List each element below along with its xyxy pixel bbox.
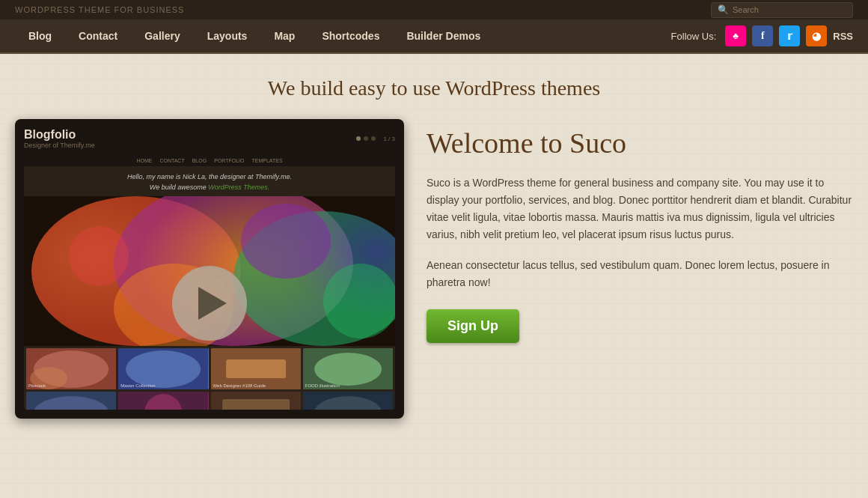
nav-gallery[interactable]: Gallery [131, 19, 193, 53]
inner-nav: HOME CONTACT BLOG PORTFOLIO TEMPLATES [24, 155, 395, 166]
description-2: Aenean consectetur lacus tellus, sed ves… [427, 257, 853, 291]
inner-text-area: Hello, my name is Nick La, the designer … [24, 166, 395, 198]
slide-count: 1 / 3 [383, 136, 395, 142]
nav-links: Blog Contact Gallery Layouts Map Shortco… [15, 19, 494, 53]
thumb-2nd-1 [26, 392, 116, 410]
svg-point-16 [314, 353, 382, 386]
rss-icon[interactable]: ◕ [806, 25, 827, 46]
thumb-2nd-3 [211, 392, 301, 410]
inner-hello-text: Hello, my name is Nick La, the designer … [30, 172, 389, 192]
thumb-art-5 [26, 392, 116, 410]
content-row: Blogfolio Designer of Themify.me 1 / 3 H… [15, 119, 853, 419]
image-grid-area: Peacock Master Collection [24, 196, 395, 410]
inner-nav-home: HOME [136, 158, 152, 163]
top-bar: WORDPRESS THEME FOR BUSINESS 🔍 [0, 0, 868, 19]
nav-bar: Blog Contact Gallery Layouts Map Shortco… [0, 19, 868, 54]
svg-point-12 [126, 350, 201, 388]
main-content: We build easy to use WordPress themes Bl… [0, 54, 868, 498]
svg-rect-14 [226, 359, 286, 378]
nav-layouts[interactable]: Layouts [194, 19, 261, 53]
welcome-title: Welcome to Suco [427, 127, 853, 161]
thumb-food: FOOD illustration [303, 348, 393, 389]
thumb-label-3: Web Designer #108 Guide [213, 383, 266, 388]
nav-dots: 1 / 3 [356, 136, 395, 142]
preview-content: HOME CONTACT BLOG PORTFOLIO TEMPLATES He… [24, 155, 395, 410]
inner-nav-blog: BLOG [192, 158, 207, 163]
nav-builder-demos[interactable]: Builder Demos [393, 19, 494, 53]
rss-label: RSS [833, 31, 853, 42]
thumbnail-row-1: Peacock Master Collection [24, 346, 395, 389]
inner-nav-templates: TEMPLATES [251, 158, 282, 163]
social-area: Follow Us: ♣ f 𝕣 ◕ RSS [671, 25, 853, 46]
thumb-art-8 [303, 392, 393, 410]
thumb-art-7 [211, 392, 301, 410]
inner-nav-portfolio: PORTFOLIO [214, 158, 244, 163]
blogfolio-info: Blogfolio Designer of Themify.me [24, 128, 95, 149]
blogfolio-header: Blogfolio Designer of Themify.me 1 / 3 [24, 128, 395, 149]
thumb-label-1: Peacock [28, 383, 46, 388]
thumb-peacock: Peacock [26, 348, 116, 389]
video-panel: Blogfolio Designer of Themify.me 1 / 3 H… [15, 119, 404, 419]
blogfolio-subtitle: Designer of Themify.me [24, 142, 95, 149]
thumbnail-row-2 [24, 389, 395, 410]
thumb-art-6 [118, 392, 208, 410]
dot-3 [371, 136, 376, 141]
facebook-icon[interactable]: f [752, 25, 773, 46]
description-1: Suco is a WordPress theme for general bu… [427, 174, 853, 243]
nav-contact[interactable]: Contact [65, 19, 131, 53]
svg-point-7 [323, 264, 395, 338]
main-headline: We build easy to use WordPress themes [15, 76, 853, 100]
thumb-webdesigner: Web Designer #108 Guide [211, 348, 301, 389]
signup-button[interactable]: Sign Up [427, 309, 519, 343]
search-input[interactable] [733, 5, 837, 14]
svg-point-6 [69, 226, 129, 286]
dot-1 [356, 136, 361, 141]
right-content: Welcome to Suco Suco is a WordPress them… [427, 119, 853, 343]
nav-blog[interactable]: Blog [15, 19, 65, 53]
play-button[interactable] [172, 266, 247, 341]
blogfolio-title: Blogfolio [24, 128, 95, 142]
search-icon: 🔍 [718, 4, 729, 16]
search-bar[interactable]: 🔍 [711, 2, 853, 18]
thumb-2nd-4 [303, 392, 393, 410]
nav-map[interactable]: Map [260, 19, 308, 53]
thumb-master: Master Collection [118, 348, 208, 389]
flickr-icon[interactable]: ♣ [725, 25, 746, 46]
svg-rect-22 [222, 399, 290, 410]
svg-point-5 [241, 204, 331, 279]
thumb-label-2: Master Collection [120, 383, 155, 388]
play-icon [198, 287, 227, 320]
dot-2 [364, 136, 368, 141]
twitter-icon[interactable]: 𝕣 [779, 25, 800, 46]
site-title: WORDPRESS THEME FOR BUSINESS [15, 5, 184, 14]
inner-nav-contact: CONTACT [159, 158, 184, 163]
thumb-2nd-2 [118, 392, 208, 410]
follow-label: Follow Us: [671, 31, 717, 42]
nav-shortcodes[interactable]: Shortcodes [308, 19, 393, 53]
thumb-label-4: FOOD illustration [305, 383, 340, 388]
